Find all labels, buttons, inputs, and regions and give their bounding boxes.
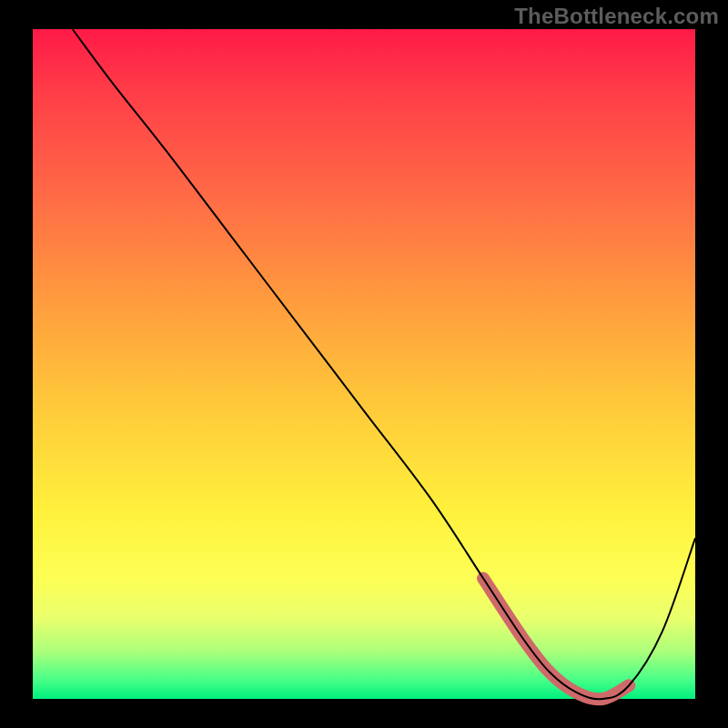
chart-overlay — [33, 29, 695, 699]
bottleneck-curve — [73, 29, 695, 699]
watermark-text: TheBottleneck.com — [514, 4, 719, 29]
optimal-range-marker — [483, 579, 629, 700]
chart-frame: TheBottleneck.com — [0, 0, 728, 728]
plot-area — [33, 29, 695, 699]
